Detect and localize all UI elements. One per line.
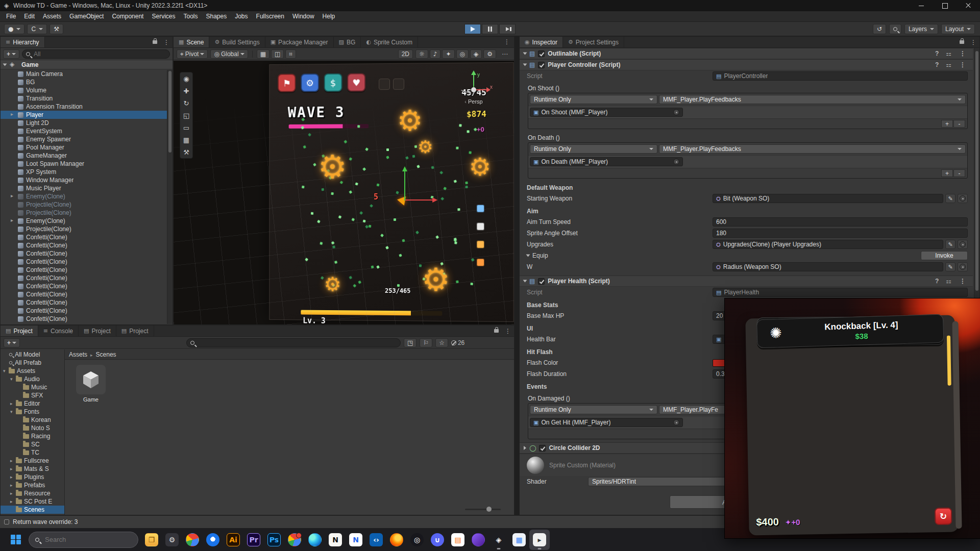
scene-view-tab[interactable]: ◐ Sprite Custom xyxy=(361,37,418,47)
menu-item[interactable]: Help xyxy=(318,12,339,21)
hierarchy-item[interactable]: Light 2D xyxy=(1,119,167,127)
menu-item[interactable]: GameObject xyxy=(65,12,108,21)
taskbar-icon[interactable] xyxy=(468,530,488,550)
event-target-field[interactable]: ▣On Shoot (MMF_Player) xyxy=(530,108,683,117)
hierarchy-item[interactable]: GameManager xyxy=(1,152,167,160)
projection-mode-label[interactable]: Persp xyxy=(457,98,491,105)
menu-item[interactable]: Fullscreen xyxy=(252,12,288,21)
scene-view-tab[interactable]: ▣ Package Manager xyxy=(265,37,334,47)
project-folder-item[interactable]: SC Post E xyxy=(1,497,64,506)
hierarchy-item[interactable]: Window Manager xyxy=(1,176,167,184)
taskbar-icon[interactable]: ▦ xyxy=(509,530,529,550)
pause-button[interactable] xyxy=(482,24,498,34)
hierarchy-item[interactable]: Volume xyxy=(1,86,167,94)
foldout-icon[interactable] xyxy=(526,255,530,257)
project-folder-item[interactable]: Plugins xyxy=(1,473,64,481)
event-mode-dropdown[interactable]: Runtime Only xyxy=(530,405,657,414)
kebab-menu-icon[interactable]: ⋮ xyxy=(957,50,969,57)
scene-tool-button[interactable]: ◱ xyxy=(180,109,192,121)
pivot-dropdown[interactable]: ⌖Pivot xyxy=(177,49,208,59)
asset-grid[interactable]: Game xyxy=(65,360,514,515)
hierarchy-item[interactable]: Player xyxy=(1,111,167,119)
hierarchy-item[interactable]: Enemy(Clone) xyxy=(1,192,167,201)
taskbar-icon[interactable]: ∪ xyxy=(427,530,448,550)
scene-header-row[interactable]: ◈ Game xyxy=(1,60,173,69)
hierarchy-item[interactable]: Confetti(Clone) xyxy=(1,298,167,307)
scene-toolbar-button[interactable]: ☼ xyxy=(415,49,428,59)
preset-icon[interactable]: ⚏ xyxy=(944,61,953,68)
project-folder-item[interactable]: Noto S xyxy=(1,424,64,432)
add-event-button[interactable] xyxy=(941,169,953,177)
hierarchy-item[interactable]: Confetti(Clone) xyxy=(1,258,167,266)
scene-tool-button[interactable]: ▦ xyxy=(180,134,192,146)
scene-view-tab[interactable]: ⚙ Build Settings xyxy=(209,37,265,47)
edit-icon[interactable]: ✎ xyxy=(945,194,955,203)
project-folder-item[interactable]: Assets xyxy=(1,367,64,375)
scene-toolbar-button[interactable]: ◈ xyxy=(470,49,482,59)
hierarchy-item[interactable]: Confetti(Clone) xyxy=(1,315,167,323)
object-picker-button[interactable] xyxy=(958,262,968,271)
event-mode-dropdown[interactable]: Runtime Only xyxy=(530,95,657,104)
tab-hierarchy[interactable]: ≡ Hierarchy xyxy=(1,37,45,47)
project-search-input[interactable] xyxy=(197,339,397,347)
project-search[interactable] xyxy=(186,338,401,347)
scene-toolbar-button[interactable]: ✦ xyxy=(442,49,454,59)
upgrades-field[interactable]: ⛭Upgrades(Clone) (Player Upgrades) xyxy=(713,240,943,249)
hierarchy-item[interactable]: Confetti(Clone) xyxy=(1,249,167,258)
hierarchy-scrollbar[interactable] xyxy=(167,70,173,324)
step-button[interactable] xyxy=(499,24,516,34)
enabled-checkbox[interactable] xyxy=(539,445,546,452)
enabled-checkbox[interactable] xyxy=(538,51,545,57)
scene-tool-button[interactable]: ⚒ xyxy=(180,146,192,158)
taskbar-icon[interactable]: Ai xyxy=(223,530,243,550)
object-picker-button[interactable] xyxy=(958,240,968,249)
hierarchy-item[interactable]: Enemy(Clone) xyxy=(1,217,167,225)
event-target-field[interactable]: ▣On Get Hit (MMF_Player) xyxy=(530,418,683,427)
scene-tool-button[interactable]: ▭ xyxy=(180,121,192,134)
project-folder-item[interactable]: Korean xyxy=(1,416,64,424)
event-target-field[interactable]: ▣On Death (MMF_Player) xyxy=(530,157,683,166)
aim-turn-speed-field[interactable]: 600 xyxy=(713,217,968,227)
taskbar-icon[interactable] xyxy=(386,530,407,550)
kebab-menu-icon[interactable]: ⋮ xyxy=(502,328,514,335)
save-search-button[interactable]: ☆ xyxy=(435,338,448,347)
hierarchy-item[interactable]: Enemy Spawner xyxy=(1,135,167,143)
services-button[interactable]: ⚒ xyxy=(50,24,63,34)
project-tab[interactable]: ≡ Console xyxy=(38,325,79,336)
hierarchy-item[interactable]: Confetti(Clone) xyxy=(1,274,167,282)
project-folder-item[interactable]: TC xyxy=(1,448,64,457)
project-tab[interactable]: ▤ Project xyxy=(1,325,38,336)
layout-dropdown[interactable]: Layout xyxy=(941,24,975,34)
taskbar-icon[interactable]: ▤ xyxy=(448,530,468,550)
edit-icon[interactable]: ✎ xyxy=(945,262,955,271)
remove-event-button[interactable] xyxy=(953,120,965,128)
hierarchy-item[interactable]: Loot Spawn Manager xyxy=(1,160,167,168)
hierarchy-item[interactable]: Confetti(Clone) xyxy=(1,290,167,298)
hierarchy-item[interactable]: EventSystem xyxy=(1,127,167,135)
hierarchy-item[interactable]: Confetti(Clone) xyxy=(1,241,167,249)
close-button[interactable] xyxy=(957,0,980,11)
taskbar-icon[interactable]: ◎ xyxy=(407,530,427,550)
edit-icon[interactable]: ✎ xyxy=(945,240,955,249)
hierarchy-search-input[interactable] xyxy=(33,50,166,58)
hierarchy-item[interactable]: BG xyxy=(1,78,167,86)
saved-search-item[interactable]: All Model xyxy=(1,350,64,359)
taskbar-icon[interactable] xyxy=(182,530,203,550)
hierarchy-item[interactable]: Projectile(Clone) xyxy=(1,225,167,233)
foldout-icon[interactable] xyxy=(523,64,527,66)
create-asset-button[interactable] xyxy=(4,338,20,347)
project-tab[interactable]: ▤ Project xyxy=(79,325,116,336)
component-header-outlinable[interactable]: ▤ Outlinable (Script) ? ⚏ ⋮ xyxy=(520,48,973,59)
kebab-menu-icon[interactable]: ⋮ xyxy=(967,39,979,46)
hierarchy-item[interactable]: Confetti(Clone) xyxy=(1,233,167,241)
menu-item[interactable]: Jobs xyxy=(231,12,252,21)
global-search-button[interactable] xyxy=(889,24,901,34)
help-icon[interactable]: ? xyxy=(933,61,941,68)
enabled-checkbox[interactable] xyxy=(538,62,545,68)
taskbar-icon[interactable]: N xyxy=(346,530,366,550)
lock-icon[interactable] xyxy=(153,40,157,44)
taskbar-icon[interactable]: ⚙ xyxy=(162,530,182,550)
hierarchy-item[interactable]: Pool Manager xyxy=(1,143,167,152)
taskbar-icon[interactable]: ◈ xyxy=(488,530,509,550)
saved-search-item[interactable]: All Prefab xyxy=(1,359,64,367)
